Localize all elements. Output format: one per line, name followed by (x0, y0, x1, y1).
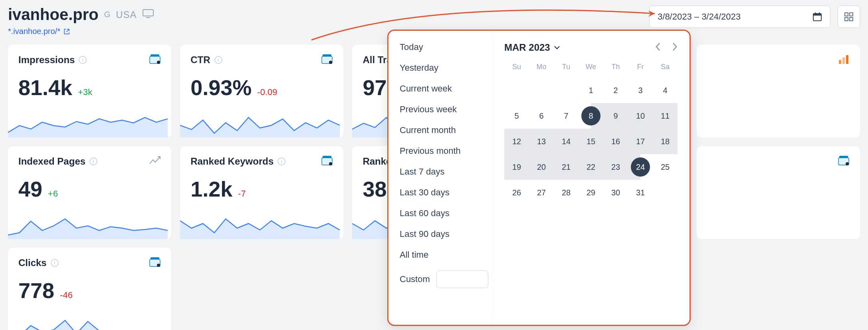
desktop-icon (143, 9, 154, 20)
calendar-day[interactable]: 14 (554, 129, 579, 154)
info-icon[interactable]: i (89, 157, 97, 165)
svg-rect-0 (143, 10, 153, 16)
preset-current-month[interactable]: Current month (400, 125, 481, 135)
info-icon[interactable]: i (79, 56, 87, 64)
preset-last-60[interactable]: Last 60 days (400, 208, 481, 219)
card-header: Ranked Keywords i (190, 155, 333, 168)
card-value: 1.2k (190, 177, 232, 201)
preset-previous-week[interactable]: Previous week (400, 104, 481, 115)
calendar-dow: Fr (628, 63, 653, 71)
info-icon[interactable]: i (214, 56, 222, 64)
card-value: 38 (363, 177, 386, 201)
calendar-day-empty (504, 78, 529, 103)
card-header (707, 54, 850, 66)
card-delta: -7 (238, 189, 246, 199)
prev-month-button[interactable] (655, 42, 661, 53)
date-range-input[interactable]: 3/8/2023 – 3/24/2023 (649, 6, 830, 28)
header-right: 3/8/2023 – 3/24/2023 (649, 6, 860, 28)
source-icon (321, 155, 333, 168)
metric-card[interactable]: Ranked Keywords i 1.2k -7 (180, 146, 343, 239)
calendar-day[interactable]: 31 (628, 180, 653, 205)
calendar-day-empty (554, 78, 579, 103)
calendar-day[interactable]: 16 (603, 129, 628, 154)
calendar-day[interactable]: 7 (554, 103, 579, 129)
calendar-day[interactable]: 3 (628, 78, 653, 103)
card-title: Ranked Keywords (190, 156, 273, 167)
calendar-panel: MAR 2023 SuMoTuWeThFrSa 1234567891011121… (492, 31, 690, 325)
calendar-day[interactable]: 30 (603, 180, 628, 205)
svg-rect-19 (839, 60, 841, 64)
source-icon (149, 155, 161, 168)
calendar-day[interactable]: 2 (603, 78, 628, 103)
source-icon (838, 155, 850, 168)
svg-point-30 (846, 162, 849, 165)
calendar-day[interactable]: 1 (579, 78, 603, 103)
preset-custom-row: Custom (400, 270, 481, 288)
preset-current-week[interactable]: Current week (400, 83, 481, 94)
preset-last-7[interactable]: Last 7 days (400, 167, 481, 177)
preset-last-30[interactable]: Last 30 days (400, 187, 481, 198)
external-link-icon (63, 28, 70, 35)
calendar-day[interactable]: 8 (579, 103, 603, 129)
svg-rect-20 (842, 58, 845, 64)
calendar-day[interactable]: 24 (628, 154, 653, 180)
metric-card[interactable] (697, 146, 860, 239)
info-icon[interactable]: i (277, 157, 285, 165)
calendar-day[interactable]: 27 (529, 180, 554, 205)
calendar-day[interactable]: 17 (628, 129, 653, 154)
calendar-day[interactable]: 29 (579, 180, 603, 205)
preset-yesterday[interactable]: Yesterday (400, 63, 481, 73)
calendar-day[interactable]: 28 (554, 180, 579, 205)
calendar-day[interactable]: 13 (529, 129, 554, 154)
calendar-day[interactable]: 21 (554, 154, 579, 180)
metric-card[interactable] (697, 45, 860, 137)
calendar-day[interactable]: 25 (653, 154, 678, 180)
card-title: Clicks (18, 257, 47, 268)
calendar-day[interactable]: 6 (529, 103, 554, 129)
svg-rect-9 (850, 18, 853, 21)
preset-today[interactable]: Today (400, 42, 481, 52)
calendar-day-selected: 8 (581, 106, 600, 125)
calendar-day[interactable]: 26 (504, 180, 529, 205)
source-icon (149, 54, 161, 66)
card-header: Clicks i (18, 256, 161, 269)
calendar-month-selector[interactable]: MAR 2023 (504, 42, 560, 53)
card-delta: +3k (78, 87, 92, 97)
grid-view-button[interactable] (838, 6, 860, 28)
calendar-day[interactable]: 12 (504, 129, 529, 154)
card-value: 778 (18, 278, 54, 303)
next-month-button[interactable] (672, 42, 678, 53)
calendar-day[interactable]: 18 (653, 129, 678, 154)
calendar-dow: Sa (653, 63, 678, 71)
preset-previous-month[interactable]: Previous month (400, 146, 481, 156)
calendar-day[interactable]: 22 (579, 154, 603, 180)
calendar-day[interactable]: 15 (579, 129, 603, 154)
calendar-day[interactable]: 5 (504, 103, 529, 129)
card-header (707, 155, 850, 168)
calendar-dow: Tu (554, 63, 579, 71)
svg-point-12 (157, 61, 160, 64)
card-value: 49 (18, 177, 42, 201)
preset-all-time[interactable]: All time (400, 250, 481, 260)
calendar-day[interactable]: 11 (653, 103, 678, 129)
info-icon[interactable]: i (51, 259, 59, 267)
metric-card[interactable]: Clicks i 778 -46 (8, 248, 171, 330)
subdomain-link[interactable]: *.ivanhoe.pro/* (8, 27, 154, 36)
source-icon (149, 256, 161, 269)
svg-rect-6 (845, 13, 848, 16)
calendar-dow: Su (504, 63, 529, 71)
country-label: USA (116, 9, 137, 20)
chevron-right-icon (672, 42, 678, 51)
calendar-day[interactable]: 20 (529, 154, 554, 180)
preset-last-90[interactable]: Last 90 days (400, 229, 481, 239)
metric-card[interactable]: Indexed Pages i 49 +6 (8, 146, 171, 239)
calendar-day[interactable]: 19 (504, 154, 529, 180)
custom-date-input[interactable] (436, 270, 488, 288)
metric-card[interactable]: Impressions i 81.4k +3k (8, 45, 171, 137)
calendar-day[interactable]: 9 (603, 103, 628, 129)
calendar-day[interactable]: 10 (628, 103, 653, 129)
calendar-day[interactable]: 4 (653, 78, 678, 103)
metric-card[interactable]: CTR i 0.93% -0.09 (180, 45, 343, 137)
calendar-day[interactable]: 23 (603, 154, 628, 180)
card-title: Impressions (18, 54, 75, 66)
